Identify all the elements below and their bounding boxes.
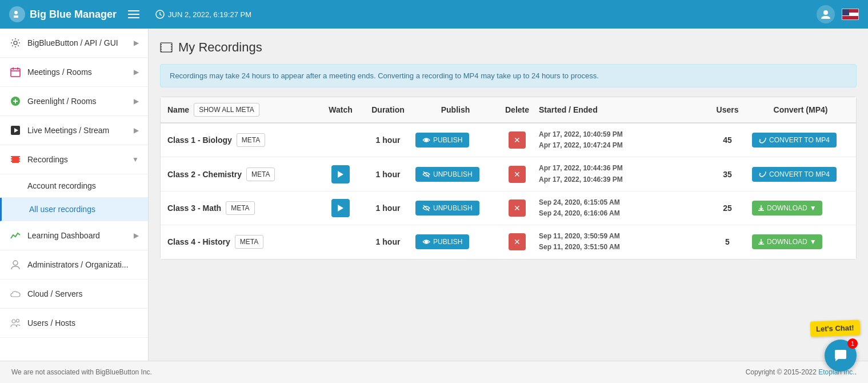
row-name-3: Class 4 - History META	[167, 235, 316, 249]
svg-point-17	[12, 320, 15, 323]
sidebar-item-account-recordings[interactable]: Account recordings	[0, 174, 148, 198]
convert-cell-1: CONVERT TO MP4	[752, 167, 849, 182]
svg-rect-23	[161, 51, 162, 52]
sidebar-label-users-hosts: Users / Hosts	[27, 318, 139, 328]
eye-icon	[422, 238, 430, 246]
svg-rect-12	[11, 162, 12, 163]
delete-button-1[interactable]: ✕	[509, 166, 526, 183]
convert-button-0[interactable]: CONVERT TO MP4	[752, 133, 837, 147]
main-content: My Recordings Recordings may take 24 hou…	[149, 29, 868, 361]
delete-button-3[interactable]: ✕	[509, 233, 526, 250]
recordings-table: Name SHOW ALL META Watch Duration Publis…	[160, 97, 857, 260]
user-avatar[interactable]	[817, 5, 835, 23]
table-row: Class 3 - Math META 1 hour UNPUBLISH	[161, 192, 856, 225]
col-header-started: Started / Ended	[539, 105, 703, 114]
duration-2: 1 hour	[365, 204, 411, 213]
refresh-icon	[759, 170, 766, 178]
download-button-3[interactable]: DOWNLOAD ▼	[752, 234, 822, 249]
unpublish-button-1[interactable]: UNPUBLISH	[415, 167, 479, 182]
play-icon	[338, 205, 343, 212]
sidebar-label-learning-dashboard: Learning Dashboard	[27, 231, 128, 240]
chat-bubble[interactable]: 1	[825, 340, 857, 372]
sidebar-label-meetings: Meetings / Rooms	[27, 67, 128, 77]
sidebar-item-cloud-servers[interactable]: Cloud / Servers	[0, 280, 148, 309]
unpublish-button-2[interactable]: UNPUBLISH	[415, 201, 479, 216]
download-cell-2: DOWNLOAD ▼	[752, 201, 849, 216]
ended-date-2: Sep 24, 2020, 6:16:06 AM	[539, 208, 703, 219]
play-button-1[interactable]	[331, 165, 350, 183]
publish-cell-3: PUBLISH	[415, 234, 495, 249]
sidebar-item-recordings[interactable]: Recordings ▼	[0, 145, 148, 174]
film-header-icon	[160, 42, 173, 53]
delete-cell-2: ✕	[500, 200, 534, 217]
delete-cell-1: ✕	[500, 166, 534, 183]
svg-marker-29	[759, 139, 761, 141]
download-caret-2: ▼	[810, 204, 817, 212]
meta-button-2[interactable]: META	[226, 201, 254, 215]
row-name-1: Class 2 - Chemistry META	[167, 167, 316, 181]
sidebar-label-account-recordings: Account recordings	[27, 181, 96, 190]
sidebar-item-bigbluebutton[interactable]: BigBlueButton / API / GUI ▶	[0, 29, 148, 58]
meta-button-0[interactable]: META	[237, 133, 265, 147]
footer-left: We are not associated with BigBlueButton…	[11, 368, 152, 376]
started-date-0: Apr 17, 2022, 10:40:59 PM	[539, 129, 703, 140]
col-header-watch: Watch	[321, 105, 361, 114]
publish-button-0[interactable]: PUBLISH	[415, 133, 469, 147]
svg-rect-5	[11, 69, 20, 77]
clock-icon	[155, 10, 165, 19]
sidebar-label-bigbluebutton: BigBlueButton / API / GUI	[27, 38, 128, 47]
delete-button-0[interactable]: ✕	[509, 131, 526, 149]
film-icon	[9, 153, 22, 166]
col-header-publish: Publish	[415, 105, 495, 114]
eye-icon	[422, 136, 430, 144]
users-2: 25	[707, 204, 747, 213]
started-date-3: Sep 11, 2020, 3:50:59 AM	[539, 231, 703, 242]
svg-rect-27	[171, 51, 172, 52]
datetime-display: JUN 2, 2022, 6:19:27 PM	[155, 10, 251, 19]
duration-1: 1 hour	[365, 170, 411, 179]
sidebar-item-all-user-recordings[interactable]: All user recordings	[0, 198, 148, 221]
meta-button-3[interactable]: META	[235, 235, 263, 249]
sidebar-item-meetings[interactable]: Meetings / Rooms ▶	[0, 58, 148, 87]
svg-rect-25	[171, 46, 172, 47]
chevron-right-icon: ▶	[134, 97, 139, 105]
chat-icon	[834, 349, 847, 362]
svg-marker-33	[338, 205, 343, 212]
col-header-name: Name SHOW ALL META	[167, 103, 316, 117]
svg-point-3	[823, 10, 828, 15]
convert-button-1[interactable]: CONVERT TO MP4	[752, 167, 837, 182]
sidebar-item-users-hosts[interactable]: Users / Hosts	[0, 309, 148, 338]
sidebar-item-administrators[interactable]: Administrators / Organizati...	[0, 250, 148, 280]
show-all-meta-button[interactable]: SHOW ALL META	[194, 103, 259, 117]
hamburger-button[interactable]	[128, 10, 139, 18]
download-button-2[interactable]: DOWNLOAD ▼	[752, 201, 822, 216]
svg-rect-22	[161, 49, 162, 50]
page-title: My Recordings	[178, 40, 262, 55]
svg-rect-1	[14, 15, 18, 18]
class-name-3: Class 4 - History	[167, 237, 230, 246]
publish-button-3[interactable]: PUBLISH	[415, 234, 469, 249]
flag-icon	[842, 9, 859, 20]
svg-point-0	[14, 11, 18, 14]
sidebar-label-live-meetings: Live Meetings / Stream	[27, 126, 128, 135]
play-button-2[interactable]	[331, 199, 350, 217]
page-header: My Recordings	[160, 40, 857, 55]
sidebar-item-learning-dashboard[interactable]: Learning Dashboard ▶	[0, 221, 148, 250]
sidebar-label-all-user-recordings: All user recordings	[29, 205, 95, 214]
page-layout: BigBlueButton / API / GUI ▶ Meetings / R…	[0, 29, 868, 361]
chevron-right-icon: ▶	[134, 68, 139, 76]
user-icon	[820, 9, 831, 20]
class-name-0: Class 1 - Biology	[167, 135, 232, 145]
delete-button-2[interactable]: ✕	[509, 200, 526, 217]
meta-button-1[interactable]: META	[246, 167, 275, 181]
eye-slash-icon	[422, 204, 430, 212]
convert-cell-0: CONVERT TO MP4	[752, 133, 849, 147]
started-ended-2: Sep 24, 2020, 6:15:05 AM Sep 24, 2020, 6…	[539, 197, 703, 219]
delete-cell-0: ✕	[500, 131, 534, 149]
row-name-2: Class 3 - Math META	[167, 201, 316, 215]
col-header-duration: Duration	[365, 105, 411, 114]
lets-chat-sticky[interactable]: Let's Chat!	[810, 320, 861, 337]
sidebar-item-live-meetings[interactable]: Live Meetings / Stream ▶	[0, 116, 148, 145]
sidebar-item-greenlight[interactable]: Greenlight / Rooms ▶	[0, 87, 148, 116]
users-3: 5	[707, 237, 747, 246]
